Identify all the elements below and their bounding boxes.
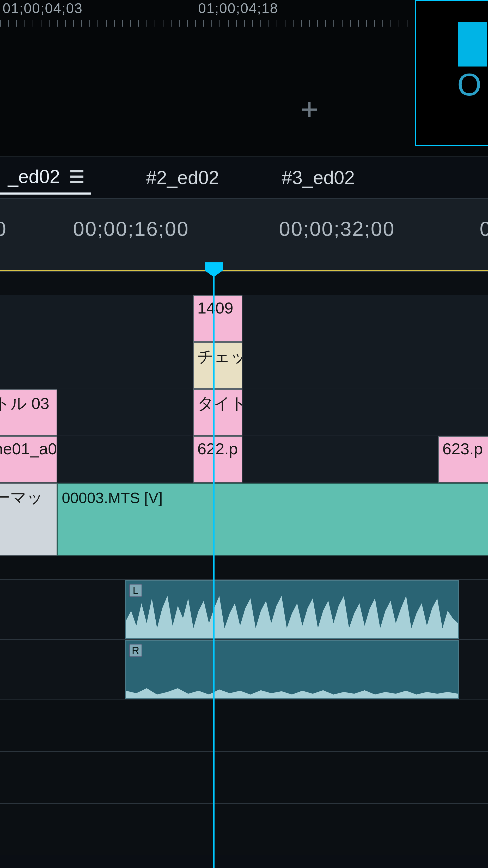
empty-track[interactable] [0, 803, 488, 856]
sequence-tab-label: _ed02 [8, 166, 60, 187]
clip-title-03[interactable]: トル 03 [0, 389, 57, 436]
sequence-tab-3-ed02[interactable]: #3_ed02 [274, 162, 363, 193]
audio-track-1-right[interactable]: R [0, 639, 488, 699]
audio-track-1-left[interactable]: L [0, 579, 488, 639]
ruler-tc-0: 0 [0, 217, 7, 241]
clip-622[interactable]: 622.p [193, 436, 242, 483]
source-thumbnail[interactable]: O [415, 0, 488, 146]
source-tc-left: 01;00;04;03 [3, 0, 83, 16]
track-divider [0, 271, 488, 295]
video-track-2[interactable]: ne01_a0 622.p 623.p [0, 436, 488, 483]
clip-ne01[interactable]: ne01_a0 [0, 436, 57, 483]
out-point-icon[interactable]: O [457, 66, 482, 102]
sequence-tab-ed02[interactable]: _ed02 [0, 161, 91, 194]
waveform-left-icon [126, 581, 458, 638]
ruler-tc-1: 00;00;16;00 [73, 217, 189, 241]
empty-track[interactable] [0, 751, 488, 803]
video-track-1[interactable]: ーマッ 00003.MTS [V] [0, 483, 488, 556]
clip-title[interactable]: タイト [193, 389, 242, 436]
ruler-tc-3: 0 [480, 217, 488, 241]
clip-color-matte[interactable]: ーマッ [0, 483, 57, 556]
source-tc-right: 01;00;04;18 [198, 0, 278, 16]
sequence-tab-label: #3_ed02 [282, 167, 355, 188]
video-track-5[interactable]: 1409 [0, 295, 488, 342]
timeline-tracks-area: 1409 チェッ トル 03 タイト ne01_a0 622.p 623.p ー… [0, 271, 488, 856]
sequence-tab-2-ed02[interactable]: #2_ed02 [138, 162, 227, 193]
video-track-3[interactable]: トル 03 タイト [0, 389, 488, 436]
waveform-right-icon [126, 641, 458, 698]
add-marker-icon[interactable]: + [300, 91, 319, 127]
video-track-4[interactable]: チェッ [0, 342, 488, 389]
clip-623[interactable]: 623.p [438, 436, 488, 483]
sequence-tab-label: #2_ed02 [146, 167, 219, 188]
audio-channel-badge-left: L [129, 584, 142, 597]
clip-audio-right[interactable]: R [125, 640, 459, 699]
source-audio-peak-icon [458, 22, 487, 66]
timeline-ruler[interactable]: 0 00;00;16;00 00;00;32;00 0 [0, 198, 488, 271]
track-divider [0, 556, 488, 579]
timeline-ruler-timecodes: 0 00;00;16;00 00;00;32;00 0 [0, 199, 488, 246]
sequence-tab-menu-icon[interactable] [70, 170, 84, 183]
source-monitor-area: 01;00;04;03 01;00;04;18 0 + O [0, 0, 488, 156]
clip-1409[interactable]: 1409 [193, 295, 242, 342]
clip-mts-video[interactable]: 00003.MTS [V] [57, 483, 488, 556]
clip-check[interactable]: チェッ [193, 342, 242, 389]
empty-track[interactable] [0, 699, 488, 751]
clip-audio-left[interactable]: L [125, 580, 459, 639]
sequence-tab-bar: _ed02 #2_ed02 #3_ed02 [0, 156, 488, 198]
ruler-tc-2: 00;00;32;00 [279, 217, 395, 241]
audio-channel-badge-right: R [129, 644, 142, 657]
